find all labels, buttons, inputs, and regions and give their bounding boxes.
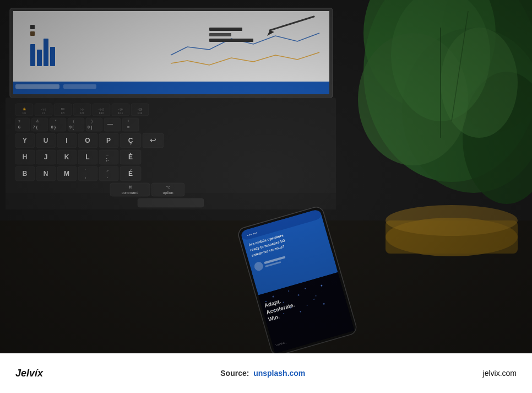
svg-text:◁◁): ◁◁) bbox=[99, 107, 104, 111]
svg-rect-9 bbox=[30, 25, 35, 29]
svg-text:K: K bbox=[64, 153, 69, 161]
svg-rect-6 bbox=[37, 50, 42, 66]
svg-rect-80 bbox=[57, 150, 77, 164]
svg-text:?: ? bbox=[18, 120, 20, 123]
svg-text:M: M bbox=[64, 170, 69, 177]
svg-rect-10 bbox=[30, 31, 35, 36]
svg-point-148 bbox=[306, 304, 307, 305]
svg-rect-106 bbox=[151, 183, 184, 196]
svg-point-147 bbox=[300, 311, 301, 312]
svg-rect-18 bbox=[63, 84, 96, 89]
svg-text:Win.: Win. bbox=[268, 314, 280, 322]
svg-rect-91 bbox=[36, 166, 56, 181]
svg-point-144 bbox=[274, 310, 275, 311]
svg-point-146 bbox=[290, 306, 292, 309]
svg-rect-5 bbox=[30, 44, 35, 66]
svg-rect-33 bbox=[93, 104, 110, 116]
svg-point-137 bbox=[272, 295, 274, 298]
svg-text:8 }: 8 } bbox=[51, 125, 56, 130]
svg-rect-57 bbox=[104, 118, 121, 131]
svg-text:F12: F12 bbox=[138, 111, 143, 115]
svg-text:●●● ●●●: ●●● ●●● bbox=[247, 231, 258, 237]
svg-text:P: P bbox=[106, 137, 111, 144]
site-url: jelvix.com bbox=[483, 369, 517, 378]
svg-rect-125 bbox=[240, 209, 338, 295]
svg-text:I: I bbox=[66, 137, 67, 144]
svg-text:=: = bbox=[127, 125, 130, 130]
svg-text:◁◁: ◁◁ bbox=[41, 107, 46, 111]
svg-rect-123 bbox=[237, 206, 358, 353]
svg-point-112 bbox=[363, 0, 496, 110]
svg-point-139 bbox=[288, 290, 289, 292]
svg-rect-87 bbox=[120, 150, 141, 164]
svg-text:É: É bbox=[128, 169, 133, 177]
svg-point-110 bbox=[363, 0, 532, 182]
svg-text:N: N bbox=[44, 170, 48, 177]
svg-text:Y: Y bbox=[23, 137, 27, 144]
svg-rect-76 bbox=[15, 150, 35, 164]
svg-point-113 bbox=[402, 28, 532, 193]
svg-text:Ç: Ç bbox=[128, 137, 133, 144]
svg-text:0 ]: 0 ] bbox=[88, 125, 92, 130]
svg-rect-12 bbox=[209, 33, 231, 36]
svg-rect-8 bbox=[50, 47, 55, 66]
svg-rect-1 bbox=[0, 220, 532, 353]
svg-text:9 [: 9 [ bbox=[69, 125, 74, 130]
svg-text:È: È bbox=[128, 153, 133, 161]
svg-rect-133 bbox=[264, 256, 286, 264]
svg-text:6: 6 bbox=[18, 125, 21, 130]
svg-rect-4 bbox=[13, 11, 329, 94]
svg-point-132 bbox=[253, 261, 264, 272]
svg-rect-11 bbox=[209, 28, 242, 31]
svg-rect-134 bbox=[265, 261, 281, 267]
page-container: ☀️ F6 ◁◁ F7 DII F8 ▷▷ F9 ◁◁) F10 ◁)) F11… bbox=[0, 0, 532, 393]
source-url[interactable]: unsplash.com bbox=[253, 369, 305, 378]
svg-rect-124 bbox=[240, 209, 355, 353]
svg-rect-70 bbox=[99, 133, 118, 148]
svg-rect-95 bbox=[78, 166, 97, 181]
svg-text:J: J bbox=[44, 153, 48, 161]
svg-rect-51 bbox=[68, 118, 84, 131]
svg-rect-64 bbox=[36, 133, 56, 148]
svg-text:F8: F8 bbox=[61, 111, 64, 115]
svg-point-120 bbox=[386, 218, 518, 256]
svg-rect-74 bbox=[143, 133, 164, 148]
svg-text:option: option bbox=[162, 191, 173, 195]
svg-text:+: + bbox=[127, 119, 129, 123]
svg-rect-62 bbox=[15, 133, 35, 148]
svg-rect-155 bbox=[0, 0, 532, 353]
svg-text:F10: F10 bbox=[99, 111, 104, 115]
svg-line-119 bbox=[452, 11, 468, 121]
svg-text:': ' bbox=[85, 169, 85, 173]
svg-text:Accelerate.: Accelerate. bbox=[265, 302, 296, 315]
svg-point-142 bbox=[315, 295, 316, 296]
svg-line-14 bbox=[270, 17, 314, 30]
svg-text:(: ( bbox=[73, 119, 75, 123]
source-label: Source: bbox=[220, 369, 249, 378]
svg-rect-93 bbox=[57, 166, 77, 181]
svg-text:DII: DII bbox=[61, 107, 64, 111]
svg-point-140 bbox=[297, 294, 300, 296]
svg-rect-39 bbox=[131, 104, 149, 116]
svg-text:U: U bbox=[44, 137, 48, 144]
svg-point-111 bbox=[441, 0, 532, 132]
svg-rect-2 bbox=[10, 8, 333, 98]
svg-text:↩: ↩ bbox=[150, 136, 156, 144]
svg-point-145 bbox=[283, 313, 284, 314]
svg-text:Let the...: Let the... bbox=[275, 340, 288, 347]
source-credit: Source: unsplash.com bbox=[220, 369, 305, 378]
svg-point-149 bbox=[313, 299, 314, 300]
svg-text:◁)): ◁)) bbox=[118, 107, 123, 111]
svg-point-136 bbox=[265, 301, 267, 302]
svg-rect-48 bbox=[50, 118, 66, 131]
svg-text:Adapt.: Adapt. bbox=[263, 298, 281, 309]
svg-text:B: B bbox=[23, 170, 28, 177]
svg-rect-72 bbox=[120, 133, 141, 148]
svg-text:7 {: 7 { bbox=[33, 125, 38, 130]
svg-rect-19 bbox=[6, 98, 336, 202]
svg-point-115 bbox=[358, 33, 468, 165]
svg-rect-59 bbox=[122, 118, 139, 131]
svg-text:—: — bbox=[107, 121, 113, 127]
svg-rect-84 bbox=[99, 150, 118, 164]
svg-rect-16 bbox=[13, 82, 329, 94]
